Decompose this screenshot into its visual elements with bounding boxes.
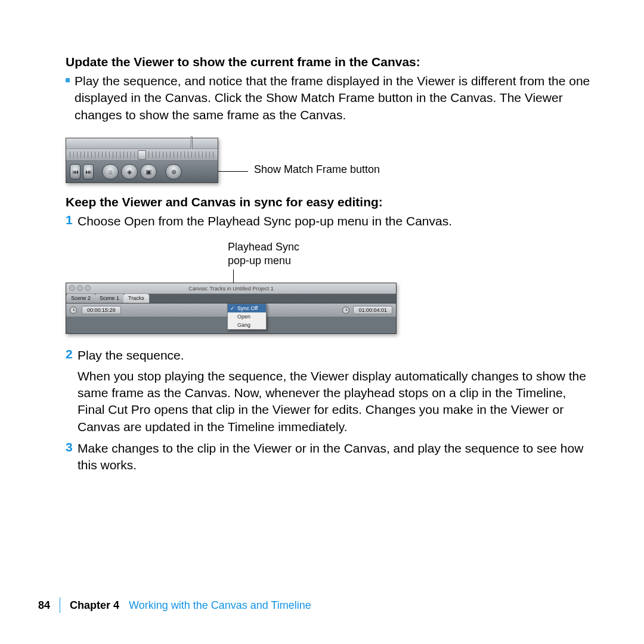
callout-leader-line — [218, 171, 248, 172]
page-footer: 84 Chapter 4 Working with the Canvas and… — [0, 597, 311, 613]
callout-match-frame: Show Match Frame button — [254, 163, 380, 176]
page-number: 84 — [38, 599, 50, 612]
play-around-button[interactable]: ▣ — [140, 164, 157, 179]
screenshot-canvas-controls: ⏮ ⏭ ⌂ ◈ ▣ ⊕ — [66, 138, 218, 183]
tab-tracks[interactable]: Tracks — [123, 294, 150, 303]
window-close-icon[interactable] — [69, 285, 75, 291]
canvas-window-titlebar: Canvas: Tracks in Untitled Project 1 — [66, 283, 396, 294]
chapter-label: Chapter 4 — [70, 599, 119, 612]
mark-button[interactable]: ◈ — [121, 164, 138, 179]
footer-divider — [60, 597, 60, 613]
callout-leader-line — [233, 270, 234, 283]
step-3-text: Make changes to the clip in the Viewer o… — [78, 440, 590, 474]
screenshot-canvas-window: Canvas: Tracks in Untitled Project 1 Sce… — [66, 283, 397, 334]
section-heading-2: Keep the Viewer and Canvas in sync for e… — [66, 195, 590, 209]
home-button[interactable]: ⌂ — [102, 164, 119, 179]
window-minimize-icon[interactable] — [77, 285, 83, 291]
timecode-right[interactable]: 01:00:04:01 — [353, 306, 392, 314]
step-2-text-a: Play the sequence. — [78, 347, 590, 364]
step-number-3: 3 — [66, 440, 78, 474]
paragraph-1: Play the sequence, and notice that the f… — [75, 73, 590, 123]
section-heading-1: Update the Viewer to show the current fr… — [66, 55, 590, 69]
callout-playhead-sync: Playhead Sync pop-up menu — [228, 240, 590, 267]
step-number-1: 1 — [66, 213, 78, 230]
timecode-icon — [342, 306, 349, 314]
sync-menu-item-off[interactable]: Sync Off — [228, 304, 266, 312]
next-edit-button[interactable]: ⏭ — [83, 164, 94, 179]
sync-menu-item-gang[interactable]: Gang — [228, 321, 266, 329]
step-1-text: Choose Open from the Playhead Sync pop-u… — [78, 213, 452, 230]
canvas-tabs: Scene 2 Scene 1 Tracks — [66, 294, 396, 304]
sync-menu-item-open[interactable]: Open — [228, 312, 266, 321]
timecode-icon — [70, 306, 77, 314]
prev-edit-button[interactable]: ⏮ — [70, 164, 80, 179]
step-2-text-b: When you stop playing the sequence, the … — [78, 368, 590, 435]
match-frame-button[interactable]: ⊕ — [165, 164, 182, 179]
timecode-left[interactable]: 00:00:15:29 — [82, 306, 121, 314]
playhead-sync-menu[interactable]: Sync Off Open Gang — [227, 304, 267, 330]
tab-scene-1[interactable]: Scene 1 — [95, 294, 125, 303]
bullet-icon — [66, 78, 70, 82]
step-number-2: 2 — [66, 347, 78, 435]
chapter-title: Working with the Canvas and Timeline — [129, 599, 311, 612]
tab-scene-2[interactable]: Scene 2 — [66, 294, 96, 303]
window-zoom-icon[interactable] — [85, 285, 91, 291]
